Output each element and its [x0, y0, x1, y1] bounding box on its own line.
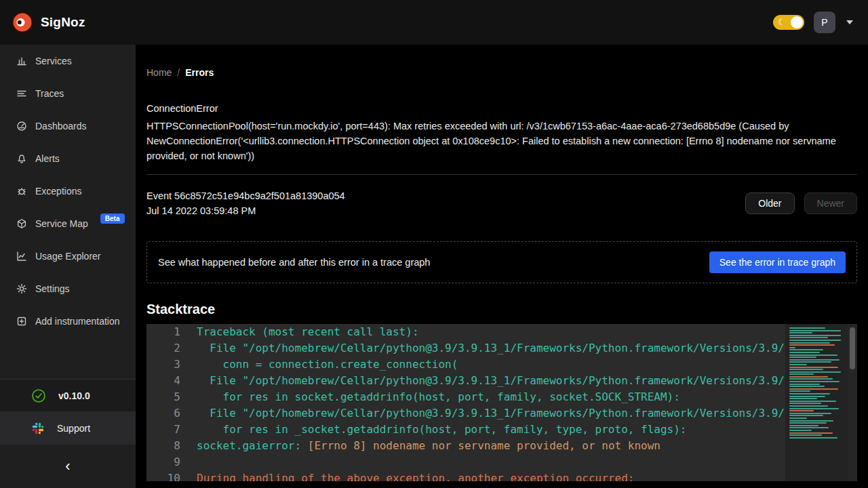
event-meta: Event 56c8572c51e94bc9a2f501a81390a054 J…: [146, 188, 345, 218]
line-number: 6: [146, 405, 180, 422]
code-lines: 1Traceback (most recent call last):2 Fil…: [146, 324, 857, 481]
code-line: 10During handling of the above exception…: [146, 470, 857, 481]
code-scrollbar[interactable]: [848, 324, 857, 481]
toggle-knob: [791, 16, 803, 28]
code-line-text: Traceback (most recent call last):: [197, 324, 419, 340]
event-id: Event 56c8572c51e94bc9a2f501a81390a054: [146, 188, 345, 203]
list-icon: [16, 88, 27, 99]
event-timestamp: Jul 14 2022 03:59:48 PM: [146, 203, 345, 218]
code-line-text: socket.gaierror: [Errno 8] nodename nor …: [197, 438, 660, 454]
gear-icon: [16, 283, 27, 294]
avatar[interactable]: P: [814, 12, 835, 33]
support-label: Support: [57, 423, 90, 434]
sidebar-item-label: Service Map: [35, 218, 88, 229]
sidebar-item-label: Services: [35, 56, 72, 66]
trace-cta-text: See what happened before and after this …: [158, 257, 430, 268]
sidebar-item-label: Alerts: [35, 153, 60, 164]
line-number: 4: [146, 373, 180, 389]
code-line-text: During handling of the above exception, …: [197, 470, 634, 481]
service-map-icon: [16, 218, 27, 229]
sidebar-item-dashboards[interactable]: Dashboards: [0, 110, 136, 142]
code-line: 2 File "/opt/homebrew/Cellar/python@3.9/…: [146, 340, 857, 357]
sidebar-item-label: Usage Explorer: [35, 251, 101, 262]
sidebar-item-label: Add instrumentation: [35, 316, 120, 327]
code-line-text: for res in socket.getaddrinfo(host, port…: [197, 389, 680, 405]
sidebar-item-support[interactable]: Support: [0, 411, 136, 445]
line-number: 10: [146, 470, 180, 481]
sidebar: Services Traces Dashboards Alerts Except…: [0, 45, 136, 488]
dashboard-icon: [16, 121, 27, 131]
chevron-left-icon: ‹: [65, 459, 70, 474]
line-number: 9: [146, 454, 180, 470]
sidebar-item-label: Exceptions: [35, 186, 81, 197]
app-header: SigNoz ☾ P: [0, 0, 868, 45]
version-row: v0.10.0: [0, 379, 136, 411]
code-line: 6 File "/opt/homebrew/Cellar/python@3.9/…: [146, 405, 857, 422]
stacktrace-code: 1Traceback (most recent call last):2 Fil…: [146, 324, 857, 481]
line-number: 8: [146, 438, 180, 454]
bug-icon: [16, 186, 27, 197]
sidebar-item-services[interactable]: Services: [0, 45, 136, 77]
bar-chart-icon: [16, 56, 27, 66]
check-circle-icon: [31, 388, 46, 403]
trace-graph-button[interactable]: See the error in trace graph: [709, 251, 846, 273]
code-line-text: conn = connection.create_connection(: [197, 357, 458, 373]
code-line: 9: [146, 454, 857, 470]
sidebar-item-exceptions[interactable]: Exceptions: [0, 175, 136, 207]
brand[interactable]: SigNoz: [11, 11, 85, 34]
breadcrumb-separator: /: [177, 67, 180, 78]
sidebar-item-traces[interactable]: Traces: [0, 77, 136, 110]
version-label: v0.10.0: [58, 390, 90, 401]
error-title: ConnectionError: [146, 103, 857, 114]
scrollbar-thumb[interactable]: [850, 327, 855, 369]
line-number: 1: [146, 324, 180, 340]
code-line-text: File "/opt/homebrew/Cellar/python@3.9/3.…: [197, 340, 785, 357]
line-number: 5: [146, 389, 180, 405]
newer-button[interactable]: Newer: [804, 192, 857, 214]
code-minimap[interactable]: [785, 324, 848, 481]
plus-square-icon: [16, 316, 27, 327]
divider: [146, 174, 857, 175]
sidebar-item-usage-explorer[interactable]: Usage Explorer: [0, 240, 136, 272]
trace-cta-panel: See what happened before and after this …: [146, 241, 857, 283]
sidebar-item-settings[interactable]: Settings: [0, 272, 136, 305]
sidebar-collapse[interactable]: ‹: [0, 445, 136, 488]
chevron-down-icon[interactable]: [846, 20, 853, 24]
moon-icon: ☾: [778, 18, 786, 26]
brand-name: SigNoz: [41, 15, 85, 30]
avatar-letter: P: [821, 17, 827, 28]
theme-toggle[interactable]: ☾: [773, 15, 804, 30]
breadcrumb-home[interactable]: Home: [146, 67, 172, 78]
sidebar-item-label: Settings: [35, 283, 70, 294]
sidebar-item-add-instrumentation[interactable]: Add instrumentation: [0, 305, 136, 338]
sidebar-item-alerts[interactable]: Alerts: [0, 142, 136, 175]
code-line-text: File "/opt/homebrew/Cellar/python@3.9/3.…: [197, 405, 785, 422]
event-row: Event 56c8572c51e94bc9a2f501a81390a054 J…: [146, 188, 857, 218]
sidebar-bottom: v0.10.0 Support ‹: [0, 379, 136, 488]
code-line: 1Traceback (most recent call last):: [146, 324, 857, 340]
main-content: Home/Errors ConnectionError HTTPSConnect…: [136, 45, 868, 488]
code-line-text: for res in _socket.getaddrinfo(host, por…: [197, 422, 686, 438]
sidebar-item-label: Dashboards: [35, 121, 87, 131]
line-chart-icon: [16, 251, 27, 262]
code-line-text: File "/opt/homebrew/Cellar/python@3.9/3.…: [197, 373, 785, 389]
bell-icon: [16, 153, 27, 164]
code-line: 8socket.gaierror: [Errno 8] nodename nor…: [146, 438, 857, 454]
code-line: 3 conn = connection.create_connection(: [146, 357, 857, 373]
stacktrace-heading: Stacktrace: [146, 302, 857, 317]
line-number: 3: [146, 357, 180, 373]
slack-icon: [31, 422, 45, 435]
header-actions: ☾ P: [773, 12, 853, 33]
signoz-logo: [11, 11, 34, 34]
code-line: 5 for res in socket.getaddrinfo(host, po…: [146, 389, 857, 405]
sidebar-item-service-map[interactable]: Service Map Beta: [0, 207, 136, 240]
breadcrumb-current: Errors: [185, 67, 214, 78]
event-nav: Older Newer: [745, 192, 857, 214]
beta-badge: Beta: [100, 214, 125, 224]
error-message: HTTPSConnectionPool(host='run.mockdy.io'…: [146, 119, 857, 163]
line-number: 2: [146, 340, 180, 357]
sidebar-item-label: Traces: [35, 88, 64, 99]
code-line: 7 for res in _socket.getaddrinfo(host, p…: [146, 422, 857, 438]
code-line: 4 File "/opt/homebrew/Cellar/python@3.9/…: [146, 373, 857, 389]
older-button[interactable]: Older: [745, 192, 794, 214]
